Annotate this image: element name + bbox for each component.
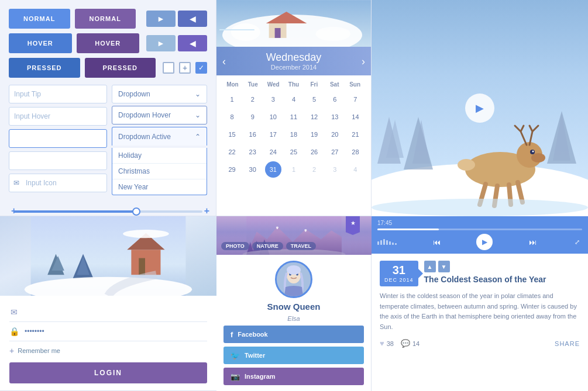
dropdown-item-christmas[interactable]: Christmas [112, 164, 207, 179]
article-prev-button[interactable]: ▲ [424, 261, 436, 272]
twitter-icon: 🐦 [231, 351, 240, 360]
dropdown-hover[interactable]: Dropdown Hover ⌄ [112, 106, 207, 124]
calendar-day[interactable]: 1 [224, 91, 240, 108]
calendar-day[interactable]: 16 [245, 126, 261, 143]
input-hover[interactable] [9, 107, 107, 126]
calendar-day[interactable]: 4 [347, 161, 363, 178]
calendar-day[interactable]: 1 [286, 161, 302, 178]
dropdown-default[interactable]: Dropdown ⌄ [112, 85, 207, 103]
twitter-button[interactable]: 🐦 Twitter [223, 347, 364, 364]
dropdown-item-holiday[interactable]: Holiday [112, 148, 207, 164]
svg-point-49 [532, 151, 534, 153]
calendar-day[interactable]: 29 [224, 161, 240, 178]
input-tip[interactable] [9, 85, 107, 103]
calendar-days: 1234567891011121314151617181920212223242… [222, 91, 365, 178]
login-hero-image [0, 216, 216, 296]
calendar-day[interactable]: 23 [245, 144, 261, 160]
password-input-wrap: 🔒 [9, 322, 207, 341]
play-pause-button[interactable]: ▶ [476, 234, 493, 250]
calendar-day[interactable]: 30 [245, 161, 261, 178]
arrow-right-button[interactable]: ► [146, 11, 176, 27]
svg-rect-9 [131, 250, 160, 275]
calendar-day[interactable]: 3 [326, 161, 343, 178]
calendar-day[interactable]: 11 [286, 109, 302, 125]
slider-increase-button[interactable]: + [204, 206, 209, 216]
play-button[interactable]: ▶ [465, 94, 494, 123]
calendar-day[interactable]: 3 [265, 91, 281, 108]
calendar-next-button[interactable]: › [356, 55, 371, 67]
input-icon[interactable] [9, 174, 107, 192]
calendar-day[interactable]: 31 [265, 161, 281, 178]
calendar-day[interactable]: 14 [347, 109, 363, 125]
calendar-day[interactable]: 15 [224, 126, 240, 143]
calendar-day[interactable]: 19 [306, 126, 322, 143]
calendar-day[interactable]: 7 [347, 91, 363, 108]
bookmark-icon[interactable]: ★ [346, 216, 360, 235]
checkbox-plus[interactable]: + [179, 62, 191, 74]
hover-blue-button[interactable]: HOVER [9, 33, 72, 53]
checkbox-unchecked[interactable] [163, 62, 174, 74]
photo-tag-0[interactable]: PHOTO [221, 242, 249, 250]
calendar-day[interactable]: 2 [245, 91, 261, 108]
calendar-day[interactable]: 25 [286, 144, 302, 160]
profile-name: Snow Queen [267, 302, 321, 312]
login-button[interactable]: LOGIN [9, 362, 207, 383]
calendar-day[interactable]: 2 [306, 161, 322, 178]
dropdown-item-newyear[interactable]: New Year [112, 179, 207, 195]
normal-purple-button[interactable]: NORMAL [75, 9, 136, 29]
calendar-day[interactable]: 8 [224, 109, 240, 125]
calendar-day[interactable]: 20 [326, 126, 343, 143]
calendar-day[interactable]: 28 [347, 144, 363, 160]
rewind-button[interactable]: ⏮ [431, 237, 443, 248]
pressed-blue-button[interactable]: PRESSED [9, 58, 80, 78]
photo-tag-2[interactable]: TRAVEL [286, 242, 316, 250]
share-button[interactable]: SHARE [555, 340, 580, 347]
email-icon: ✉ [9, 307, 19, 317]
calendar-day[interactable]: 9 [245, 109, 261, 125]
hover-purple-button[interactable]: HOVER [77, 33, 140, 53]
calendar-day[interactable]: 22 [224, 144, 240, 160]
email-input[interactable]: flexrs@uichest.com [25, 308, 207, 316]
calendar-day[interactable]: 18 [286, 126, 302, 143]
calendar-day[interactable]: 26 [306, 144, 322, 160]
calendar-day[interactable]: 13 [326, 109, 343, 125]
player-progress-bar[interactable] [377, 229, 582, 230]
dropdown-active[interactable]: Dropdown Active ⌃ [112, 127, 207, 146]
arrow-left-active-button[interactable]: ◀ [178, 11, 207, 27]
heart-icon: ♥ [380, 339, 384, 348]
svg-point-54 [458, 159, 475, 171]
input-dropdown-section: Input Active Input Filled ✉ Dropdown ⌄ D… [9, 85, 207, 198]
calendar-day[interactable]: 27 [326, 144, 343, 160]
photo-tag-1[interactable]: NATURE [252, 242, 283, 250]
expand-button[interactable]: ⤢ [572, 237, 582, 247]
volume-indicator [377, 239, 397, 245]
comments-stat: 💬 14 [401, 339, 419, 348]
calendar-day[interactable]: 12 [306, 109, 322, 125]
calendar-day[interactable]: 6 [326, 91, 343, 108]
calendar-day[interactable]: 21 [347, 126, 363, 143]
pressed-purple-button[interactable]: PRESSED [85, 58, 156, 78]
calendar-day[interactable]: 5 [306, 91, 322, 108]
input-filled[interactable]: Input Filled [9, 151, 107, 170]
input-active[interactable]: Input Active [9, 129, 107, 148]
article-date-arrow [418, 269, 423, 278]
fast-forward-button[interactable]: ⏭ [527, 237, 539, 248]
facebook-button[interactable]: f Facebook [223, 326, 364, 343]
calendar-day[interactable]: 24 [265, 144, 281, 160]
svg-rect-4 [275, 28, 281, 38]
calendar-day[interactable]: 4 [286, 91, 302, 108]
password-input[interactable] [25, 327, 207, 335]
arrow-left-button-2[interactable]: ◀ [178, 35, 207, 51]
profile-card: Snow Queen Elsa f Facebook 🐦 Twitter 📷 I… [216, 255, 372, 391]
checkbox-checked[interactable]: ✓ [195, 62, 207, 74]
slider-thumb[interactable] [132, 207, 140, 216]
calendar-day[interactable]: 17 [265, 126, 281, 143]
normal-blue-button[interactable]: NORMAL [9, 9, 70, 29]
instagram-button[interactable]: 📷 Instagram [223, 368, 364, 385]
arrow-right-button-2[interactable]: ► [146, 35, 176, 51]
calendar-prev-button[interactable]: ‹ [216, 55, 232, 67]
slider-track[interactable]: + + [13, 210, 202, 213]
slider-decrease-button[interactable]: + [11, 206, 16, 216]
calendar-day[interactable]: 10 [265, 109, 281, 125]
article-next-button[interactable]: ▼ [438, 261, 450, 272]
